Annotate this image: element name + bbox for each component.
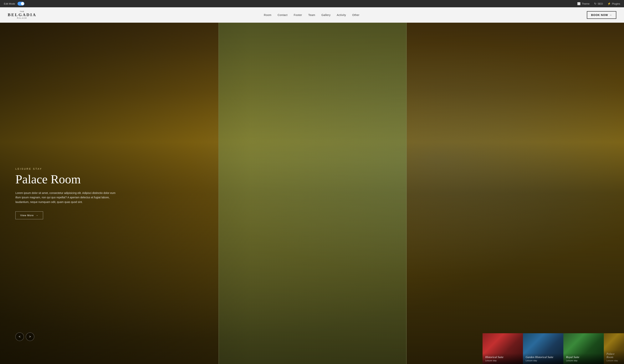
logo-palace: PALACE bbox=[8, 17, 36, 19]
hero-content: Leisure stay Palace Room Lorem ipsum dol… bbox=[0, 167, 135, 219]
room-card-4-subtitle: Leisure stay bbox=[606, 359, 621, 362]
room-card-1[interactable]: Historical Suite Leisure stay bbox=[483, 333, 523, 364]
room-card-1-subtitle: Leisure stay bbox=[485, 359, 520, 362]
prev-arrow-icon: < bbox=[19, 335, 20, 339]
nav-footer[interactable]: Footer bbox=[294, 13, 302, 17]
theme-label: Theme bbox=[582, 2, 589, 5]
room-card-2-subtitle: Leisure stay bbox=[526, 359, 561, 362]
next-slide-button[interactable]: > bbox=[26, 333, 34, 341]
seo-menu-item[interactable]: ↻ SEO bbox=[594, 2, 603, 5]
book-now-button[interactable]: BOOK NOW → bbox=[587, 11, 616, 19]
seo-icon: ↻ bbox=[594, 2, 597, 5]
plugins-label: Plugins bbox=[612, 2, 620, 5]
room-card-3-subtitle: Leisure stay bbox=[566, 359, 601, 362]
room-card-2-overlay: Garden Historical Suite Leisure stay bbox=[523, 353, 563, 364]
room-card-1-overlay: Historical Suite Leisure stay bbox=[483, 353, 523, 364]
nav-activity[interactable]: Activity bbox=[337, 13, 346, 17]
room-card-3[interactable]: Royal Suite Leisure stay bbox=[563, 333, 604, 364]
nav-contact[interactable]: Contact bbox=[278, 13, 287, 17]
hero-title: Palace Room bbox=[15, 173, 119, 186]
logo[interactable]: THE BELGADIA PALACE bbox=[8, 11, 36, 19]
view-more-label: View More bbox=[20, 214, 34, 217]
nav-room[interactable]: Room bbox=[264, 13, 271, 17]
room-cards: Historical Suite Leisure stay Garden His… bbox=[483, 333, 624, 364]
nav-team[interactable]: Team bbox=[308, 13, 315, 17]
book-now-label: BOOK NOW bbox=[591, 13, 608, 17]
room-card-2-title: Garden Historical Suite bbox=[526, 356, 561, 359]
room-card-3-title: Royal Suite bbox=[566, 356, 601, 359]
room-card-4-overlay: Palace Room Leisure stay bbox=[604, 350, 624, 364]
hero-description: Lorem ipsum dolor sit amet, consectetur … bbox=[15, 191, 119, 205]
nav-gallery[interactable]: Gallery bbox=[321, 13, 331, 17]
main-nav: Room Contact Footer Team Gallery Activit… bbox=[264, 13, 360, 17]
admin-bar-right: ⬜ Theme ↻ SEO ⚡ Plugins bbox=[577, 2, 620, 5]
room-card-2[interactable]: Garden Historical Suite Leisure stay bbox=[523, 333, 563, 364]
view-more-button[interactable]: View More → bbox=[15, 211, 43, 219]
hero-subtitle: Leisure stay bbox=[15, 167, 119, 170]
admin-bar: Edit Mode ⬜ Theme ↻ SEO ⚡ Plugins bbox=[0, 0, 624, 7]
admin-bar-left: Edit Mode bbox=[4, 2, 25, 6]
seo-label: SEO bbox=[598, 2, 603, 5]
hero-arrows: < > bbox=[15, 333, 34, 341]
plugins-icon: ⚡ bbox=[607, 2, 611, 5]
room-card-4[interactable]: Palace Room Leisure stay bbox=[604, 333, 624, 364]
next-arrow-icon: > bbox=[29, 335, 31, 339]
edit-mode-toggle[interactable] bbox=[18, 2, 25, 6]
room-card-3-overlay: Royal Suite Leisure stay bbox=[563, 353, 604, 364]
nav-other[interactable]: Other bbox=[352, 13, 360, 17]
theme-icon: ⬜ bbox=[577, 2, 580, 5]
site-header: THE BELGADIA PALACE Room Contact Footer … bbox=[0, 7, 624, 23]
edit-mode-label: Edit Mode bbox=[4, 2, 15, 5]
view-more-arrow-icon: → bbox=[36, 214, 38, 217]
logo-area: THE BELGADIA PALACE bbox=[8, 11, 36, 19]
logo-name: BELGADIA bbox=[8, 13, 36, 17]
room-card-4-title: Palace Room bbox=[606, 352, 621, 359]
book-now-arrow-icon: → bbox=[609, 13, 612, 17]
theme-menu-item[interactable]: ⬜ Theme bbox=[577, 2, 589, 5]
hero-section: Leisure stay Palace Room Lorem ipsum dol… bbox=[0, 23, 624, 364]
room-card-1-title: Historical Suite bbox=[485, 356, 520, 359]
prev-slide-button[interactable]: < bbox=[15, 333, 24, 341]
plugins-menu-item[interactable]: ⚡ Plugins bbox=[607, 2, 620, 5]
